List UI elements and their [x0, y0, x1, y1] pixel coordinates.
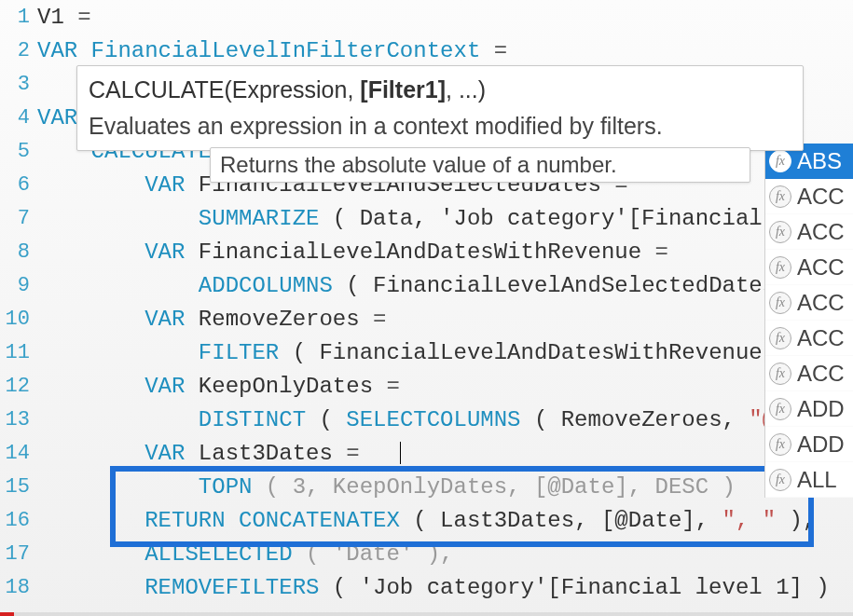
function-icon: fx — [769, 185, 791, 208]
line-number: 4 — [0, 106, 35, 130]
line-number: 1 — [0, 6, 35, 29]
intellisense-label: ADD — [797, 431, 845, 458]
intellisense-item[interactable]: fx ACC — [765, 285, 853, 321]
line-number: 6 — [0, 173, 35, 197]
intellisense-item[interactable]: fx ALL — [765, 462, 853, 498]
line-number: 9 — [0, 274, 35, 297]
intellisense-label: ACC — [797, 184, 845, 210]
code-line[interactable]: 15 TOPN ( 3, KeepOnlyDates, [@Date], DES… — [0, 470, 853, 503]
function-icon: fx — [769, 469, 791, 491]
line-number: 17 — [0, 542, 35, 566]
intellisense-item[interactable]: fx ACC — [765, 356, 853, 391]
function-icon: fx — [769, 150, 791, 172]
intellisense-label: ABS — [797, 148, 842, 174]
function-icon: fx — [769, 327, 791, 349]
line-number: 8 — [0, 240, 35, 264]
intellisense-label: ACC — [797, 361, 845, 387]
formula-signature-tooltip: CALCULATE(Expression, [Filter1], ...) Ev… — [76, 65, 804, 151]
line-number: 2 — [0, 39, 35, 62]
function-icon: fx — [769, 221, 791, 243]
code-line[interactable]: 9 ADDCOLUMNS ( FinancialLevelAndSelected… — [0, 268, 853, 302]
intellisense-label: ADD — [797, 396, 845, 422]
code-line[interactable]: 12 VAR KeepOnlyDates = — [0, 369, 853, 403]
line-number: 13 — [0, 408, 35, 431]
line-number: 15 — [0, 475, 35, 499]
line-number: 5 — [0, 140, 35, 163]
intellisense-item[interactable]: fx ADD — [765, 391, 853, 427]
video-progress-track[interactable] — [0, 612, 853, 616]
line-number: 11 — [0, 341, 35, 364]
code-line[interactable]: 13 DISTINCT ( SELECTCOLUMNS ( RemoveZero… — [0, 403, 853, 436]
intellisense-dropdown[interactable]: fx ABS fx ACC fx ACC fx ACC fx ACC fx AC… — [764, 144, 853, 498]
code-line[interactable]: 7 SUMMARIZE ( Data, 'Job category'[Finan… — [0, 201, 853, 235]
intellisense-label: ACC — [797, 325, 845, 351]
code-line[interactable]: 14 VAR Last3Dates = — [0, 436, 853, 470]
line-number: 7 — [0, 207, 35, 230]
function-description-tooltip: Returns the absolute value of a number. — [210, 147, 750, 183]
line-number: 18 — [0, 576, 35, 599]
code-line[interactable]: 16 RETURN CONCATENATEX ( Last3Dates, [@D… — [0, 503, 853, 537]
line-number: 14 — [0, 442, 35, 465]
text-cursor — [400, 442, 401, 464]
intellisense-label: ACC — [797, 290, 845, 316]
code-line[interactable]: 17 ALLSELECTED ( 'Date' ), — [0, 537, 853, 570]
intellisense-item[interactable]: fx ACC — [765, 250, 853, 285]
intellisense-item[interactable]: fx ACC — [765, 321, 853, 356]
function-icon: fx — [769, 256, 791, 279]
intellisense-item[interactable]: fx ACC — [765, 179, 853, 214]
intellisense-item[interactable]: fx ADD — [765, 427, 853, 462]
function-icon: fx — [769, 433, 791, 456]
intellisense-label: ACC — [797, 254, 845, 281]
code-line[interactable]: 1 V1 = — [0, 0, 853, 34]
code-line[interactable]: 11 FILTER ( FinancialLevelAndDatesWithRe… — [0, 335, 853, 369]
code-line[interactable]: 18 REMOVEFILTERS ( 'Job category'[Financ… — [0, 570, 853, 604]
code-line[interactable]: 10 VAR RemoveZeroes = — [0, 302, 853, 335]
function-icon: fx — [769, 292, 791, 314]
line-number: 12 — [0, 375, 35, 398]
video-progress-played[interactable] — [0, 612, 14, 616]
line-number: 3 — [0, 73, 35, 96]
intellisense-label: ACC — [797, 219, 845, 245]
line-number: 10 — [0, 308, 35, 331]
line-number: 16 — [0, 509, 35, 532]
function-icon: fx — [769, 398, 791, 420]
code-line[interactable]: 2 VAR FinancialLevelInFilterContext = — [0, 34, 853, 67]
intellisense-label: ALL — [797, 467, 837, 493]
code-line[interactable]: 8 VAR FinancialLevelAndDatesWithRevenue … — [0, 235, 853, 268]
function-icon: fx — [769, 363, 791, 385]
intellisense-item[interactable]: fx ACC — [765, 214, 853, 250]
